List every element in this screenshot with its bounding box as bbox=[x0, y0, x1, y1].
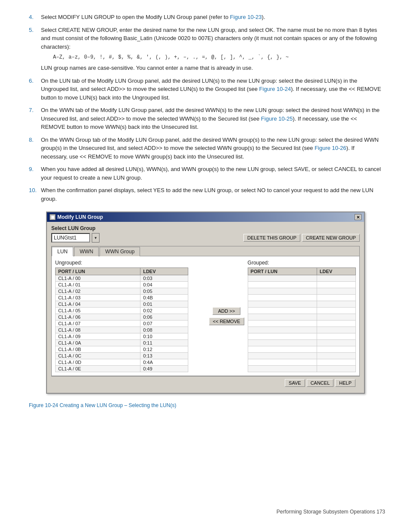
lun-row[interactable]: CL1-A / 0A0:11 bbox=[56, 340, 188, 346]
grouped-ldev bbox=[317, 340, 355, 346]
dialog-footer: SAVE CANCEL HELP bbox=[51, 376, 360, 389]
lun-ldev: 0:4B bbox=[140, 295, 188, 301]
tab-content: Ungrouped: PORT / LUN LDEV bbox=[52, 256, 359, 376]
grouped-row bbox=[248, 282, 355, 288]
tab-wwn-group[interactable]: WWN Group bbox=[100, 247, 140, 256]
step-number-4: 4. bbox=[29, 13, 41, 22]
grouped-row bbox=[248, 275, 355, 282]
select-lun-group-row: LUNGtst1 ▼ DELETE THIS GROUP CREATE NEW … bbox=[51, 233, 360, 243]
grouped-ldev bbox=[317, 359, 355, 366]
lun-ldev: 0:05 bbox=[140, 288, 188, 295]
dialog-title: Modify LUN Group bbox=[57, 214, 103, 220]
grouped-row bbox=[248, 366, 355, 372]
lun-row[interactable]: CL1-A / 070:07 bbox=[56, 320, 188, 327]
grouped-port bbox=[248, 320, 317, 327]
select-lun-group-label: Select LUN Group bbox=[51, 225, 360, 231]
step-7: 7. On the WWN tab of the Modify LUN Grou… bbox=[29, 106, 382, 131]
grouped-row bbox=[248, 288, 355, 295]
create-group-button[interactable]: CREATE NEW GROUP bbox=[302, 234, 360, 242]
lun-row[interactable]: CL1-A / 090:10 bbox=[56, 333, 188, 340]
grouped-port bbox=[248, 288, 317, 295]
grouped-row bbox=[248, 327, 355, 333]
step-number-7: 7. bbox=[29, 106, 41, 131]
step-text-5: Select CREATE NEW GROUP, enter the desir… bbox=[41, 26, 382, 72]
lun-row[interactable]: CL1-A / 010:04 bbox=[56, 282, 188, 288]
grouped-port bbox=[248, 333, 317, 340]
grouped-port bbox=[248, 275, 317, 282]
lun-port: CL1-A / 06 bbox=[56, 314, 140, 320]
tab-wwn[interactable]: WWN bbox=[74, 247, 99, 256]
grouped-port bbox=[248, 282, 317, 288]
close-button[interactable]: ✕ bbox=[355, 214, 361, 220]
lun-row[interactable]: CL1-A / 030:4B bbox=[56, 295, 188, 301]
lun-row[interactable]: CL1-A / 040:01 bbox=[56, 301, 188, 308]
lun-port: CL1-A / 04 bbox=[56, 301, 140, 308]
lun-ldev: 0:01 bbox=[140, 301, 188, 308]
lun-group-dropdown[interactable]: LUNGtst1 bbox=[51, 233, 90, 243]
lun-row[interactable]: CL1-A / 0C0:13 bbox=[56, 353, 188, 359]
code-line: A–Z, a–z, 0–9, !, #, $, %, &, ', (, ), +… bbox=[53, 53, 382, 61]
step-text-10: When the confirmation panel displays, se… bbox=[41, 186, 382, 203]
lun-row[interactable]: CL1-A / 050:02 bbox=[56, 308, 188, 314]
cancel-button[interactable]: CANCEL bbox=[307, 379, 334, 387]
save-button[interactable]: SAVE bbox=[285, 379, 305, 387]
content-area: 4. Select MODIFY LUN GROUP to open the M… bbox=[29, 13, 382, 408]
dropdown-arrow-icon[interactable]: ▼ bbox=[92, 233, 100, 243]
step-number-9: 9. bbox=[29, 165, 41, 182]
grouped-port bbox=[248, 340, 317, 346]
lun-row[interactable]: CL1-A / 020:05 bbox=[56, 288, 188, 295]
lun-row[interactable]: CL1-A / 0B0:12 bbox=[56, 346, 188, 353]
lun-port: CL1-A / 0E bbox=[56, 366, 140, 372]
figure-10-24-link[interactable]: Figure 10-24 bbox=[259, 86, 291, 92]
help-button[interactable]: HELP bbox=[335, 379, 355, 387]
lun-port: CL1-A / 09 bbox=[56, 333, 140, 340]
step-number-10: 10. bbox=[29, 186, 41, 203]
step-6: 6. On the LUN tab of the Modify LUN Grou… bbox=[29, 77, 382, 102]
grouped-label: Grouped: bbox=[248, 260, 356, 266]
grouped-ldev bbox=[317, 353, 355, 359]
grouped-col-port: PORT / LUN bbox=[248, 268, 317, 275]
delete-group-button[interactable]: DELETE THIS GROUP bbox=[243, 234, 300, 242]
lun-port: CL1-A / 0D bbox=[56, 359, 140, 366]
ungrouped-col-port: PORT / LUN bbox=[56, 268, 140, 275]
figure-10-23-link[interactable]: Figure 10-23 bbox=[230, 14, 262, 20]
lun-row[interactable]: CL1-A / 0E0:49 bbox=[56, 366, 188, 372]
grouped-port bbox=[248, 353, 317, 359]
tab-lun[interactable]: LUN bbox=[52, 247, 73, 256]
figure-10-25-link[interactable]: Figure 10-25 bbox=[261, 115, 293, 122]
step-4: 4. Select MODIFY LUN GROUP to open the M… bbox=[29, 13, 382, 22]
lun-ldev: 0:11 bbox=[140, 340, 188, 346]
lun-port: CL1-A / 05 bbox=[56, 308, 140, 314]
lun-port: CL1-A / 01 bbox=[56, 282, 140, 288]
grouped-row bbox=[248, 301, 355, 308]
grouped-row bbox=[248, 295, 355, 301]
step-number-8: 8. bbox=[29, 136, 41, 161]
grouped-port bbox=[248, 308, 317, 314]
lun-port: CL1-A / 0C bbox=[56, 353, 140, 359]
ungrouped-panel: Ungrouped: PORT / LUN LDEV bbox=[55, 260, 206, 372]
add-button[interactable]: ADD >> bbox=[212, 307, 240, 315]
ungrouped-table: PORT / LUN LDEV CL1-A / 000:03CL1-A / 01… bbox=[55, 268, 188, 372]
grouped-row bbox=[248, 340, 355, 346]
grouped-port bbox=[248, 327, 317, 333]
lun-port: CL1-A / 0B bbox=[56, 346, 140, 353]
grouped-ldev bbox=[317, 282, 355, 288]
lun-row[interactable]: CL1-A / 000:03 bbox=[56, 275, 188, 282]
step-text-9: When you have added all desired LUN(s), … bbox=[41, 165, 382, 182]
grouped-row bbox=[248, 359, 355, 366]
lun-row[interactable]: CL1-A / 060:06 bbox=[56, 314, 188, 320]
step-number-5: 5. bbox=[29, 26, 41, 72]
grouped-ldev bbox=[317, 314, 355, 320]
lun-row[interactable]: CL1-A / 080:08 bbox=[56, 327, 188, 333]
lun-row[interactable]: CL1-A / 0D0:4A bbox=[56, 359, 188, 366]
lun-ldev: 0:02 bbox=[140, 308, 188, 314]
grouped-ldev bbox=[317, 346, 355, 353]
step-text-8: On the WWN Group tab of the Modify LUN G… bbox=[41, 136, 382, 161]
action-buttons-top: DELETE THIS GROUP CREATE NEW GROUP bbox=[243, 234, 360, 242]
remove-button[interactable]: << REMOVE bbox=[209, 317, 244, 325]
tabs-container: LUN WWN WWN Group Ungrouped: bbox=[51, 246, 360, 376]
grouped-panel: Grouped: PORT / LUN LDEV bbox=[248, 260, 356, 372]
figure-10-26-link[interactable]: Figure 10-26 bbox=[314, 145, 346, 151]
two-panel: Ungrouped: PORT / LUN LDEV bbox=[55, 260, 356, 372]
lun-port: CL1-A / 03 bbox=[56, 295, 140, 301]
